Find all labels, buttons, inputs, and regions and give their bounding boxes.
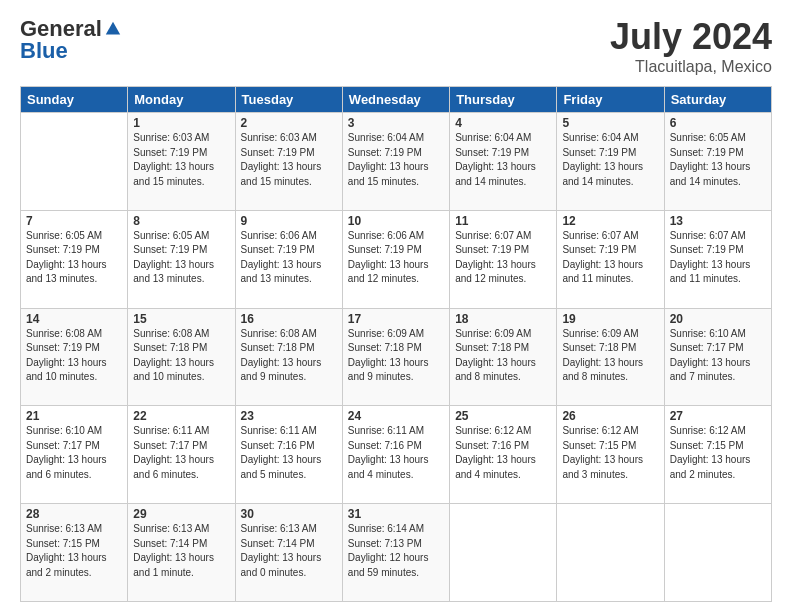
day-info: Sunrise: 6:04 AM Sunset: 7:19 PM Dayligh… (455, 131, 551, 189)
day-number: 10 (348, 214, 444, 228)
day-info: Sunrise: 6:12 AM Sunset: 7:16 PM Dayligh… (455, 424, 551, 482)
calendar-cell (21, 113, 128, 211)
day-info: Sunrise: 6:04 AM Sunset: 7:19 PM Dayligh… (562, 131, 658, 189)
day-info: Sunrise: 6:12 AM Sunset: 7:15 PM Dayligh… (562, 424, 658, 482)
day-number: 30 (241, 507, 337, 521)
day-number: 26 (562, 409, 658, 423)
calendar-cell: 16Sunrise: 6:08 AM Sunset: 7:18 PM Dayli… (235, 308, 342, 406)
day-info: Sunrise: 6:13 AM Sunset: 7:14 PM Dayligh… (241, 522, 337, 580)
day-info: Sunrise: 6:10 AM Sunset: 7:17 PM Dayligh… (26, 424, 122, 482)
calendar-cell: 21Sunrise: 6:10 AM Sunset: 7:17 PM Dayli… (21, 406, 128, 504)
day-number: 20 (670, 312, 766, 326)
calendar-cell: 30Sunrise: 6:13 AM Sunset: 7:14 PM Dayli… (235, 504, 342, 602)
col-header-monday: Monday (128, 87, 235, 113)
calendar-cell: 13Sunrise: 6:07 AM Sunset: 7:19 PM Dayli… (664, 210, 771, 308)
day-info: Sunrise: 6:09 AM Sunset: 7:18 PM Dayligh… (455, 327, 551, 385)
calendar-cell: 22Sunrise: 6:11 AM Sunset: 7:17 PM Dayli… (128, 406, 235, 504)
day-number: 19 (562, 312, 658, 326)
day-number: 9 (241, 214, 337, 228)
col-header-tuesday: Tuesday (235, 87, 342, 113)
day-number: 27 (670, 409, 766, 423)
col-header-wednesday: Wednesday (342, 87, 449, 113)
day-info: Sunrise: 6:05 AM Sunset: 7:19 PM Dayligh… (26, 229, 122, 287)
day-info: Sunrise: 6:09 AM Sunset: 7:18 PM Dayligh… (348, 327, 444, 385)
col-header-saturday: Saturday (664, 87, 771, 113)
calendar-cell: 11Sunrise: 6:07 AM Sunset: 7:19 PM Dayli… (450, 210, 557, 308)
day-info: Sunrise: 6:12 AM Sunset: 7:15 PM Dayligh… (670, 424, 766, 482)
calendar-cell: 6Sunrise: 6:05 AM Sunset: 7:19 PM Daylig… (664, 113, 771, 211)
day-info: Sunrise: 6:03 AM Sunset: 7:19 PM Dayligh… (133, 131, 229, 189)
logo-blue: Blue (20, 38, 68, 64)
day-info: Sunrise: 6:07 AM Sunset: 7:19 PM Dayligh… (562, 229, 658, 287)
calendar-cell: 15Sunrise: 6:08 AM Sunset: 7:18 PM Dayli… (128, 308, 235, 406)
week-row-5: 28Sunrise: 6:13 AM Sunset: 7:15 PM Dayli… (21, 504, 772, 602)
calendar-cell (450, 504, 557, 602)
day-info: Sunrise: 6:05 AM Sunset: 7:19 PM Dayligh… (133, 229, 229, 287)
day-number: 17 (348, 312, 444, 326)
calendar-cell: 9Sunrise: 6:06 AM Sunset: 7:19 PM Daylig… (235, 210, 342, 308)
calendar-cell: 12Sunrise: 6:07 AM Sunset: 7:19 PM Dayli… (557, 210, 664, 308)
page: General Blue July 2024 Tlacuitlapa, Mexi… (0, 0, 792, 612)
calendar-cell: 28Sunrise: 6:13 AM Sunset: 7:15 PM Dayli… (21, 504, 128, 602)
day-number: 15 (133, 312, 229, 326)
day-info: Sunrise: 6:11 AM Sunset: 7:17 PM Dayligh… (133, 424, 229, 482)
day-info: Sunrise: 6:03 AM Sunset: 7:19 PM Dayligh… (241, 131, 337, 189)
calendar-cell: 5Sunrise: 6:04 AM Sunset: 7:19 PM Daylig… (557, 113, 664, 211)
calendar-header-row: SundayMondayTuesdayWednesdayThursdayFrid… (21, 87, 772, 113)
day-info: Sunrise: 6:09 AM Sunset: 7:18 PM Dayligh… (562, 327, 658, 385)
day-number: 31 (348, 507, 444, 521)
svg-marker-0 (106, 22, 120, 35)
calendar-cell: 4Sunrise: 6:04 AM Sunset: 7:19 PM Daylig… (450, 113, 557, 211)
day-info: Sunrise: 6:06 AM Sunset: 7:19 PM Dayligh… (348, 229, 444, 287)
day-number: 28 (26, 507, 122, 521)
main-title: July 2024 (610, 16, 772, 58)
col-header-thursday: Thursday (450, 87, 557, 113)
calendar-cell: 8Sunrise: 6:05 AM Sunset: 7:19 PM Daylig… (128, 210, 235, 308)
day-number: 7 (26, 214, 122, 228)
calendar-cell: 2Sunrise: 6:03 AM Sunset: 7:19 PM Daylig… (235, 113, 342, 211)
day-number: 18 (455, 312, 551, 326)
day-number: 12 (562, 214, 658, 228)
calendar-cell: 19Sunrise: 6:09 AM Sunset: 7:18 PM Dayli… (557, 308, 664, 406)
day-info: Sunrise: 6:05 AM Sunset: 7:19 PM Dayligh… (670, 131, 766, 189)
day-number: 4 (455, 116, 551, 130)
calendar-cell: 10Sunrise: 6:06 AM Sunset: 7:19 PM Dayli… (342, 210, 449, 308)
day-number: 6 (670, 116, 766, 130)
calendar-cell (557, 504, 664, 602)
day-info: Sunrise: 6:08 AM Sunset: 7:18 PM Dayligh… (241, 327, 337, 385)
calendar-cell: 7Sunrise: 6:05 AM Sunset: 7:19 PM Daylig… (21, 210, 128, 308)
day-number: 1 (133, 116, 229, 130)
calendar-cell: 26Sunrise: 6:12 AM Sunset: 7:15 PM Dayli… (557, 406, 664, 504)
calendar-cell: 27Sunrise: 6:12 AM Sunset: 7:15 PM Dayli… (664, 406, 771, 504)
title-block: July 2024 Tlacuitlapa, Mexico (610, 16, 772, 76)
day-number: 3 (348, 116, 444, 130)
calendar-cell: 3Sunrise: 6:04 AM Sunset: 7:19 PM Daylig… (342, 113, 449, 211)
day-info: Sunrise: 6:04 AM Sunset: 7:19 PM Dayligh… (348, 131, 444, 189)
day-number: 11 (455, 214, 551, 228)
day-info: Sunrise: 6:14 AM Sunset: 7:13 PM Dayligh… (348, 522, 444, 580)
day-info: Sunrise: 6:07 AM Sunset: 7:19 PM Dayligh… (670, 229, 766, 287)
week-row-4: 21Sunrise: 6:10 AM Sunset: 7:17 PM Dayli… (21, 406, 772, 504)
day-number: 16 (241, 312, 337, 326)
day-info: Sunrise: 6:07 AM Sunset: 7:19 PM Dayligh… (455, 229, 551, 287)
calendar-cell: 17Sunrise: 6:09 AM Sunset: 7:18 PM Dayli… (342, 308, 449, 406)
day-number: 5 (562, 116, 658, 130)
calendar-cell: 20Sunrise: 6:10 AM Sunset: 7:17 PM Dayli… (664, 308, 771, 406)
calendar-cell: 1Sunrise: 6:03 AM Sunset: 7:19 PM Daylig… (128, 113, 235, 211)
col-header-sunday: Sunday (21, 87, 128, 113)
day-number: 2 (241, 116, 337, 130)
day-info: Sunrise: 6:06 AM Sunset: 7:19 PM Dayligh… (241, 229, 337, 287)
day-info: Sunrise: 6:11 AM Sunset: 7:16 PM Dayligh… (348, 424, 444, 482)
calendar-cell: 24Sunrise: 6:11 AM Sunset: 7:16 PM Dayli… (342, 406, 449, 504)
logo: General Blue (20, 16, 122, 64)
calendar-cell: 23Sunrise: 6:11 AM Sunset: 7:16 PM Dayli… (235, 406, 342, 504)
col-header-friday: Friday (557, 87, 664, 113)
day-info: Sunrise: 6:08 AM Sunset: 7:19 PM Dayligh… (26, 327, 122, 385)
day-info: Sunrise: 6:13 AM Sunset: 7:14 PM Dayligh… (133, 522, 229, 580)
day-number: 23 (241, 409, 337, 423)
day-info: Sunrise: 6:11 AM Sunset: 7:16 PM Dayligh… (241, 424, 337, 482)
calendar-cell (664, 504, 771, 602)
subtitle: Tlacuitlapa, Mexico (610, 58, 772, 76)
day-number: 25 (455, 409, 551, 423)
day-number: 24 (348, 409, 444, 423)
